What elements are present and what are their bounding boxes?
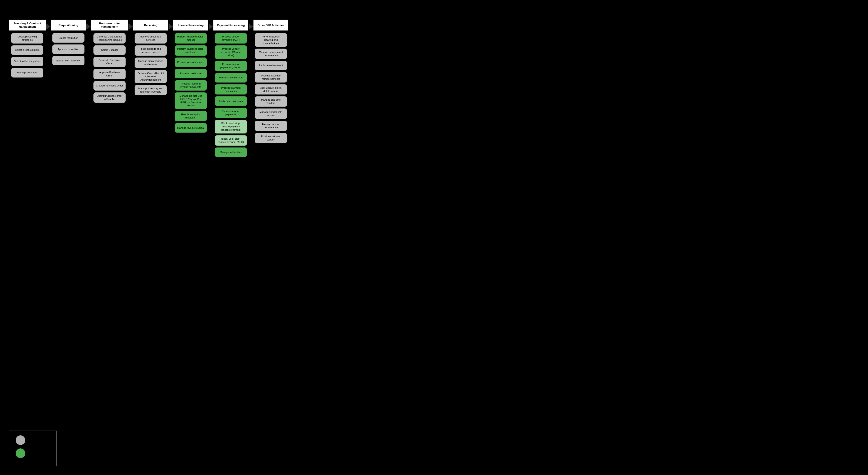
- card-payment-7: Block, void, stop, reissue payment (chec…: [215, 120, 247, 133]
- card-requisitioning-2: Modify / edit requisition: [52, 56, 85, 65]
- column-group-sourcing: Sourcing & Contract ManagementDevelop so…: [9, 20, 51, 79]
- arrow-shape-4: [209, 24, 213, 30]
- card-receiving-2: Manage discrepancies and returns: [134, 58, 167, 68]
- column-other: Other S2P ActivitiesPerform account clea…: [253, 20, 288, 145]
- column-purchase-order: Purchase order managementGenerate Collab…: [91, 20, 128, 105]
- card-payment-1: Process vendor payments (Manual wires): [215, 45, 247, 59]
- card-purchase-order-3: Approve Purchase Order: [93, 69, 126, 79]
- card-payment-9: Manage indirect tax: [215, 147, 247, 157]
- column-group-payment: Payment ProcessingProcess vendor payment…: [213, 20, 253, 159]
- card-receiving-0: Receive goods and services: [134, 33, 167, 43]
- card-sourcing-2: Select indirect suppliers: [11, 57, 43, 66]
- card-receiving-3: Perform Goods Receipt / Services Acknowl…: [134, 70, 167, 83]
- column-receiving: ReceivingReceive goods and servicesInspe…: [133, 20, 168, 97]
- card-payment-4: Process payment exceptions: [215, 84, 247, 95]
- card-requisitioning-0: Create requisition: [52, 33, 85, 43]
- arrow-1: [86, 20, 91, 30]
- arrow-shape-3: [168, 24, 173, 30]
- card-sourcing-1: Select direct suppliers: [11, 45, 43, 55]
- card-other-2: Perform escheatment: [255, 61, 287, 70]
- card-invoice-3: Process credit note: [175, 69, 207, 79]
- column-group-other: Other S2P ActivitiesPerform account clea…: [253, 20, 288, 145]
- flow-diagram: Sourcing & Contract ManagementDevelop so…: [9, 20, 859, 159]
- card-requisitioning-1: Approve requisition: [52, 44, 85, 54]
- card-other-1: Manage procurement performance: [255, 49, 287, 59]
- arrow-0: [46, 20, 51, 30]
- card-purchase-order-1: Select Supplier: [93, 45, 126, 55]
- legend-item-1: [16, 448, 50, 458]
- card-purchase-order-4: Change Purchase Order: [93, 81, 126, 91]
- column-group-purchase-order: Purchase order managementGenerate Collab…: [91, 20, 133, 105]
- card-other-3: Process expense reimbursements: [255, 72, 287, 83]
- card-purchase-order-0: Generate Collaborative Requisitioning Re…: [93, 33, 126, 43]
- card-invoice-5: Manage Do Not Use (DNU) /Do Not Pay (DNP…: [175, 92, 207, 109]
- card-other-8: Provide customer support: [255, 133, 287, 143]
- legend-item-0: [16, 435, 50, 445]
- card-invoice-6: Handle exception resolution: [175, 111, 207, 121]
- card-invoice-4: Process recurring invoice / payments: [175, 80, 207, 91]
- card-payment-5: Apply cash payments: [215, 96, 247, 106]
- arrow-2: [128, 20, 133, 30]
- card-other-7: Manage vendor performance: [255, 121, 287, 131]
- card-invoice-7: Manage invoice reversal: [175, 123, 207, 132]
- column-group-requisitioning: RequisitioningCreate requisitionApprove …: [51, 20, 91, 67]
- arrow-shape-2: [128, 24, 133, 30]
- legend-circle-0: [16, 435, 25, 445]
- arrow-3: [168, 20, 173, 30]
- arrow-4: [209, 20, 213, 30]
- column-header-purchase-order: Purchase order management: [91, 20, 128, 30]
- card-payment-8: Block, void, stop, reissue payment (ACH): [215, 135, 247, 146]
- column-header-receiving: Receiving: [133, 20, 168, 30]
- column-header-other: Other S2P Activities: [253, 20, 288, 30]
- card-other-4: Add, update, block, delete vendor: [255, 84, 287, 95]
- column-header-invoice: Invoice Processing: [173, 20, 208, 30]
- legend: [9, 431, 57, 466]
- card-payment-0: Process vendor payments (ACH): [215, 33, 247, 43]
- card-invoice-0: Perform invoice receipt - manual: [175, 33, 207, 43]
- card-purchase-order-2: Generate Purchase Order: [93, 57, 126, 67]
- card-invoice-2: Process vendor invoices: [175, 58, 207, 67]
- arrow-shape-1: [86, 24, 91, 30]
- card-payment-2: Process vendor payments (checks): [215, 61, 247, 71]
- card-invoice-1: Perform invoice receipt - electronic: [175, 45, 207, 56]
- card-payment-3: Perform payment run: [215, 73, 247, 83]
- column-group-invoice: Invoice ProcessingPerform invoice receip…: [173, 20, 213, 135]
- column-group-receiving: ReceivingReceive goods and servicesInspe…: [133, 20, 173, 97]
- card-other-6: Manage vendor self-service: [255, 109, 287, 119]
- column-sourcing: Sourcing & Contract ManagementDevelop so…: [9, 20, 46, 79]
- card-receiving-4: Manage inventory and replenish inventory: [134, 85, 167, 95]
- column-header-sourcing: Sourcing & Contract Management: [9, 20, 46, 30]
- arrow-shape-5: [249, 24, 253, 30]
- card-purchase-order-5: Submit Purchase order to Supplier: [93, 92, 126, 103]
- card-other-5: Manage one-time vendors: [255, 96, 287, 107]
- legend-circle-1: [16, 448, 25, 458]
- card-receiving-1: Inspect goods and services received: [134, 45, 167, 56]
- column-payment: Payment ProcessingProcess vendor payment…: [213, 20, 248, 159]
- column-requisitioning: RequisitioningCreate requisitionApprove …: [51, 20, 86, 67]
- column-invoice: Invoice ProcessingPerform invoice receip…: [173, 20, 208, 135]
- arrow-shape-0: [46, 24, 51, 30]
- card-payment-6: Process urgent payments: [215, 108, 247, 118]
- column-header-requisitioning: Requisitioning: [51, 20, 86, 30]
- column-header-payment: Payment Processing: [213, 20, 248, 30]
- card-sourcing-3: Manage contracts: [11, 68, 43, 78]
- card-sourcing-0: Develop sourcing strategies: [11, 33, 43, 43]
- card-other-0: Perform account clearing and reconciliat…: [255, 33, 287, 47]
- arrow-5: [249, 20, 253, 30]
